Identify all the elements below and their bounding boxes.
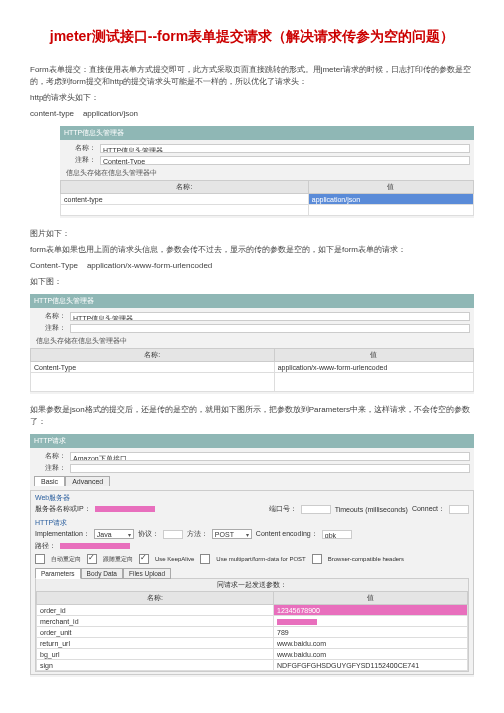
cb-browser[interactable] (312, 554, 322, 564)
paragraph-form-explain: form表单如果也用上面的请求头信息，参数会传不过去，显示的传的参数是空的，如下… (30, 244, 474, 256)
comment-input[interactable] (70, 324, 470, 333)
name-input[interactable]: HTTP信息头管理器 (70, 312, 470, 321)
name-label: 名称： (64, 143, 96, 153)
port-input[interactable] (301, 505, 331, 514)
cell-name[interactable]: content-type (61, 194, 309, 205)
content-type-line: content-type application/json (30, 108, 474, 120)
name-input[interactable]: HTTP信息头管理器 (100, 144, 470, 153)
port-label: 端口号： (269, 504, 297, 514)
path-label: 路径： (35, 541, 56, 551)
param-col-value: 值 (274, 592, 468, 605)
table-row[interactable]: merchant_id (37, 616, 468, 627)
subtab-parameters[interactable]: Parameters (35, 568, 81, 579)
ct-value: application/json (83, 109, 138, 118)
encoding-label: Content encoding： (256, 529, 318, 539)
subtab-body[interactable]: Body Data (81, 568, 123, 579)
headers-table: 名称: 值 Content-Type application/x-www-for… (30, 348, 474, 392)
param-col-name: 名称: (37, 592, 274, 605)
cb-follow-redirect[interactable] (87, 554, 97, 564)
table-row[interactable] (31, 373, 474, 392)
path-input[interactable] (60, 543, 130, 549)
table-row[interactable]: signNDFGFGFGHSDGUYGFYSD1152400CE741 (37, 660, 468, 671)
subtab-files[interactable]: Files Upload (123, 568, 171, 579)
col-name: 名称: (31, 349, 275, 362)
connect-label: Connect： (412, 504, 445, 514)
table-row[interactable]: order_id12345678900 (37, 605, 468, 616)
paragraph-http-header: http的请求头如下： (30, 92, 474, 104)
paragraph-intro: Form表单提交：直接使用表单方式提交即可，此方式采取页面直接跳转的形式。用jm… (30, 64, 474, 88)
impl-select[interactable]: Java (94, 529, 134, 539)
name-input[interactable]: Amazon下单接口 (70, 452, 470, 461)
comment-label: 注释： (34, 323, 66, 333)
header-manager-panel-2: HTTP信息头管理器 名称： HTTP信息头管理器 注释： 信息头存储在信息头管… (30, 294, 474, 394)
proto-input[interactable] (163, 530, 183, 539)
comment-input[interactable]: Content-Type (100, 156, 470, 165)
cell-name[interactable]: Content-Type (31, 362, 275, 373)
timeouts-label: Timeouts (milliseconds) (335, 506, 408, 513)
name-label: 名称： (34, 451, 66, 461)
panel-header: HTTP请求 (30, 434, 474, 448)
panel-header: HTTP信息头管理器 (30, 294, 474, 308)
headers-section-label: 信息头存储在信息头管理器中 (60, 166, 474, 180)
form-ct-label: Content-Type (30, 261, 78, 270)
web-server-label: Web服务器 (35, 493, 469, 503)
proto-label: 协议： (138, 529, 159, 539)
name-label: 名称： (34, 311, 66, 321)
table-row[interactable] (61, 205, 474, 216)
server-label: 服务器名称或IP： (35, 504, 91, 514)
comment-label: 注释： (34, 463, 66, 473)
impl-label: Implementation： (35, 529, 90, 539)
form-ct-line: Content-Type application/x-www-form-urle… (30, 260, 474, 272)
col-value: 值 (274, 349, 473, 362)
cell-value[interactable]: application/json (308, 194, 473, 205)
cell-value[interactable]: application/x-www-form-urlencoded (274, 362, 473, 373)
cb-browser-label: Browser-compatible headers (328, 556, 404, 562)
connect-input[interactable] (449, 505, 469, 514)
col-name: 名称: (61, 181, 309, 194)
table-row[interactable]: bg_urlwww.baidu.com (37, 649, 468, 660)
table-row[interactable]: content-type application/json (61, 194, 474, 205)
headers-section-label: 信息头存储在信息头管理器中 (30, 334, 474, 348)
cb-redirect-auto-label: 自动重定向 (51, 555, 81, 564)
comment-input[interactable] (70, 464, 470, 473)
http-request-panel: HTTP请求 名称： Amazon下单接口 注释： Basic Advanced… (30, 434, 474, 677)
paragraph-img-caption-2: 如下图： (30, 276, 474, 288)
page-title: jmeter测试接口--form表单提交请求（解决请求传参为空的问题） (30, 28, 474, 46)
col-value: 值 (308, 181, 473, 194)
paragraph-json-explain: 如果参数是json格式的提交后，还是传的是空的，就用如下图所示，把参数放到Par… (30, 404, 474, 428)
paragraph-img-caption: 图片如下： (30, 228, 474, 240)
ct-label: content-type (30, 109, 74, 118)
cb-follow-redirect-label: 跟随重定向 (103, 555, 133, 564)
cb-redirect-auto[interactable] (35, 554, 45, 564)
header-manager-panel-1: HTTP信息头管理器 名称： HTTP信息头管理器 注释： Content-Ty… (60, 126, 474, 218)
method-label: 方法： (187, 529, 208, 539)
server-input[interactable] (95, 506, 155, 512)
table-row[interactable]: order_unit789 (37, 627, 468, 638)
cb-keepalive-label: Use KeepAlive (155, 556, 194, 562)
panel-header: HTTP信息头管理器 (60, 126, 474, 140)
table-row[interactable]: return_urlwww.baidu.com (37, 638, 468, 649)
cb-multipart[interactable] (200, 554, 210, 564)
tab-advanced[interactable]: Advanced (65, 476, 110, 486)
comment-label: 注释： (64, 155, 96, 165)
encoding-input[interactable]: gbk (322, 530, 352, 539)
http-request-label: HTTP请求 (35, 518, 469, 528)
tab-basic[interactable]: Basic (34, 476, 65, 486)
table-row[interactable]: Content-Type application/x-www-form-urle… (31, 362, 474, 373)
method-select[interactable]: POST (212, 529, 252, 539)
param-table: 名称: 值 order_id12345678900 merchant_id or… (36, 591, 468, 671)
cb-multipart-label: Use multipart/form-data for POST (216, 556, 305, 562)
cb-keepalive[interactable] (139, 554, 149, 564)
form-ct-value: application/x-www-form-urlencoded (87, 261, 212, 270)
headers-table: 名称: 值 content-type application/json (60, 180, 474, 216)
param-section-label: 同请求一起发送参数： (36, 579, 468, 591)
